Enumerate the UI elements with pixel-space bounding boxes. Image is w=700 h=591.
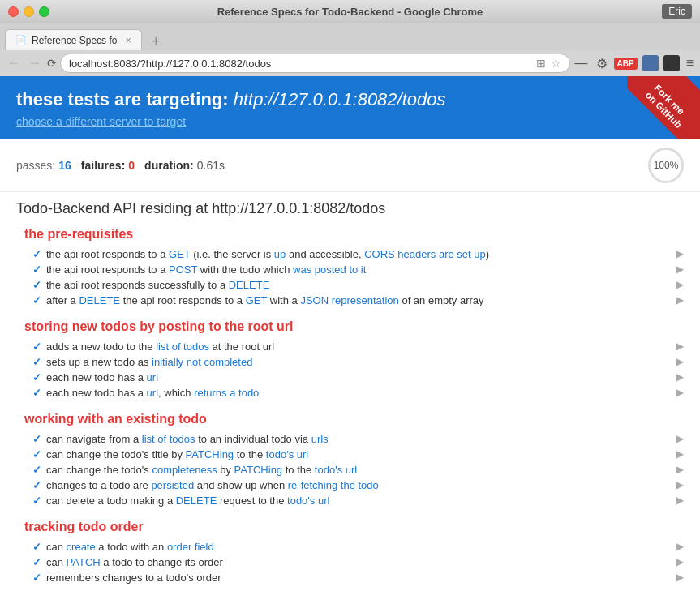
test-description: the api root responds to a POST with the… (46, 263, 676, 276)
test-expand-icon[interactable]: ▶ (676, 572, 684, 583)
extension-icon-1[interactable] (642, 55, 659, 71)
test-checkmark: ✓ (32, 556, 41, 568)
test-checkmark: ✓ (32, 448, 41, 460)
tab-icon: 📄 (15, 35, 27, 45)
page-content: these tests are targeting: http://127.0.… (0, 76, 700, 591)
github-ribbon[interactable]: Fork meon GitHub (627, 76, 700, 139)
failures-count: 0 (128, 159, 135, 172)
test-expand-icon[interactable]: ▶ (676, 340, 684, 352)
new-tab-button[interactable]: + (145, 33, 167, 50)
test-item[interactable]: ✓can create a todo with an order field▶ (16, 539, 684, 555)
test-expand-icon[interactable]: ▶ (676, 263, 684, 275)
test-item[interactable]: ✓can change the todo's title by PATCHing… (16, 447, 684, 462)
window-controls[interactable] (8, 6, 49, 17)
browser-chrome: 📄 Reference Specs fo × + (0, 23, 700, 50)
extension-icon-2[interactable] (663, 55, 680, 71)
tab-bar: 📄 Reference Specs fo × + (5, 26, 695, 50)
test-expand-icon[interactable]: ▶ (676, 541, 684, 552)
settings-icon[interactable]: ⚙ (595, 56, 609, 71)
test-checkmark: ✓ (32, 464, 41, 476)
test-description: the api root responds to a GET (i.e. the… (46, 248, 676, 260)
test-group-3: tracking todo order✓can create a todo wi… (16, 520, 684, 585)
test-description: can change the todo's completeness by PA… (46, 464, 676, 476)
test-checkmark: ✓ (32, 371, 41, 383)
test-checkmark: ✓ (32, 387, 41, 399)
forward-button[interactable]: → (26, 56, 44, 71)
profile-icon[interactable]: — (573, 56, 590, 71)
close-button[interactable] (8, 6, 19, 17)
test-item[interactable]: ✓can PATCH a todo to change its order▶ (16, 555, 684, 570)
test-description: can navigate from a list of todos to an … (46, 433, 676, 445)
header-prefix: these tests are targeting: (16, 89, 229, 109)
test-description: changes to a todo are persisted and show… (46, 479, 676, 491)
suite-title: Todo-Backend API residing at http://127.… (16, 200, 684, 217)
url-display: localhost:8083/?http://127.0.0.1:8082/to… (69, 58, 536, 70)
ribbon-wrap: Fork meon GitHub (627, 76, 700, 139)
test-group-1: storing new todos by posting to the root… (16, 319, 684, 400)
group-title-2: working with an existing todo (24, 412, 684, 426)
test-item[interactable]: ✓after a DELETE the api root responds to… (16, 293, 684, 308)
minimize-button[interactable] (24, 6, 34, 17)
test-description: each new todo has a url (46, 371, 676, 383)
test-expand-icon[interactable]: ▶ (676, 371, 684, 383)
test-expand-icon[interactable]: ▶ (676, 479, 684, 490)
address-bar[interactable]: localhost:8083/?http://127.0.0.1:8082/to… (60, 54, 570, 73)
maximize-button[interactable] (39, 6, 49, 17)
adblock-badge[interactable]: ABP (614, 58, 638, 70)
title-bar: Reference Specs for Todo-Backend - Googl… (0, 0, 700, 23)
test-item[interactable]: ✓adds a new todo to the list of todos at… (16, 339, 684, 354)
test-item[interactable]: ✓changes to a todo are persisted and sho… (16, 478, 684, 493)
group-title-0: the pre-requisites (24, 227, 684, 242)
test-description: remembers changes to a todo's order (46, 572, 676, 584)
test-content: Todo-Backend API residing at http://127.… (0, 192, 700, 591)
test-checkmark: ✓ (32, 495, 41, 507)
reload-button[interactable]: ⟳ (47, 57, 57, 70)
test-checkmark: ✓ (32, 279, 41, 291)
duration-value: 0.61s (197, 159, 225, 172)
test-expand-icon[interactable]: ▶ (676, 279, 684, 290)
test-expand-icon[interactable]: ▶ (676, 433, 684, 444)
test-item[interactable]: ✓sets up a new todo as initially not com… (16, 354, 684, 370)
menu-button[interactable]: ≡ (685, 56, 695, 71)
passes-count: 16 (58, 159, 71, 172)
test-expand-icon[interactable]: ▶ (676, 387, 684, 398)
test-item[interactable]: ✓each new todo has a url, which returns … (16, 385, 684, 400)
test-item[interactable]: ✓each new todo has a url▶ (16, 370, 684, 385)
test-checkmark: ✓ (32, 433, 41, 445)
test-checkmark: ✓ (32, 294, 41, 306)
tab-close-button[interactable]: × (125, 34, 131, 46)
test-description: can delete a todo making a DELETE reques… (46, 495, 676, 507)
test-group-0: the pre-requisites✓the api root responds… (16, 227, 684, 308)
groups-container: the pre-requisites✓the api root responds… (16, 227, 684, 585)
user-badge: Eric (662, 4, 692, 19)
test-expand-icon[interactable]: ▶ (676, 248, 684, 259)
test-item[interactable]: ✓the api root responds successfully to a… (16, 277, 684, 293)
test-expand-icon[interactable]: ▶ (676, 356, 684, 367)
test-description: can create a todo with an order field (46, 541, 676, 553)
change-server-link[interactable]: choose a different server to target (16, 115, 684, 128)
test-checkmark: ✓ (32, 541, 41, 553)
test-checkmark: ✓ (32, 340, 41, 353)
back-button[interactable]: ← (5, 56, 23, 71)
test-expand-icon[interactable]: ▶ (676, 448, 684, 460)
test-expand-icon[interactable]: ▶ (676, 495, 684, 506)
test-description: each new todo has a url, which returns a… (46, 387, 676, 399)
test-expand-icon[interactable]: ▶ (676, 294, 684, 306)
progress-circle: 100% (648, 148, 684, 183)
test-checkmark: ✓ (32, 479, 41, 491)
test-description: can change the todo's title by PATCHing … (46, 448, 676, 460)
test-description: after a DELETE the api root responds to … (46, 294, 676, 306)
test-item[interactable]: ✓can navigate from a list of todos to an… (16, 431, 684, 447)
group-title-1: storing new todos by posting to the root… (24, 319, 684, 334)
test-item[interactable]: ✓can change the todo's completeness by P… (16, 462, 684, 478)
test-item[interactable]: ✓the api root responds to a POST with th… (16, 262, 684, 277)
bookmark-icon[interactable]: ☆ (551, 57, 561, 70)
test-item[interactable]: ✓the api root responds to a GET (i.e. th… (16, 246, 684, 262)
test-checkmark: ✓ (32, 263, 41, 276)
browser-tab[interactable]: 📄 Reference Specs fo × (5, 29, 142, 50)
test-item[interactable]: ✓remembers changes to a todo's order▶ (16, 570, 684, 585)
test-item[interactable]: ✓can delete a todo making a DELETE reque… (16, 493, 684, 508)
test-expand-icon[interactable]: ▶ (676, 464, 684, 475)
tab-title: Reference Specs fo (32, 35, 117, 46)
test-expand-icon[interactable]: ▶ (676, 556, 684, 567)
